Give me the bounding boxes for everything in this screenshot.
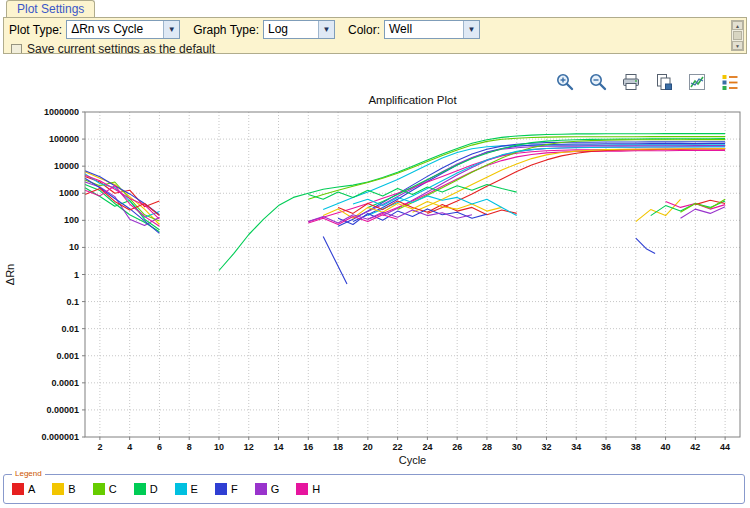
plot-type-label: Plot Type: [9, 23, 62, 37]
legend-list-icon [720, 72, 740, 92]
scroll-up-icon[interactable]: ▲ [732, 21, 743, 30]
legend-label: D [150, 483, 158, 495]
x-tick-label: 40 [661, 442, 671, 452]
x-tick-label: 30 [512, 442, 522, 452]
panel-scrollbar[interactable]: ▲ ▼ [731, 20, 744, 51]
zoom-in-icon [555, 72, 575, 92]
legend-label: H [312, 483, 320, 495]
plot-type-select[interactable]: ΔRn vs Cycle ▼ [66, 20, 180, 39]
chevron-down-icon: ▼ [318, 21, 334, 38]
legend-swatch [12, 483, 24, 495]
y-tick-label: 100000 [49, 134, 79, 144]
legend-item: D [134, 483, 158, 495]
legend-item: F [215, 483, 238, 495]
x-tick-label: 36 [601, 442, 611, 452]
legend-item: A [12, 483, 35, 495]
legend-item: C [93, 483, 117, 495]
x-tick-label: 42 [690, 442, 700, 452]
y-tick-label: 0.1 [66, 297, 79, 307]
well-legend: Legend ABCDEFGH [3, 474, 745, 504]
print-button[interactable] [621, 72, 641, 92]
zoom-out-icon [588, 72, 608, 92]
x-tick-label: 16 [303, 442, 313, 452]
graph-type-select[interactable]: Log ▼ [263, 20, 335, 39]
amplification-plot[interactable]: 10000001000001000010001001010.10.010.001… [0, 92, 750, 474]
x-tick-label: 32 [541, 442, 551, 452]
color-label: Color: [348, 23, 380, 37]
x-tick-label: 6 [157, 442, 162, 452]
legend-items: ABCDEFGH [4, 475, 744, 495]
legend-swatch [93, 483, 105, 495]
legend-item: G [255, 483, 280, 495]
legend-swatch [215, 483, 227, 495]
legend-item: B [52, 483, 75, 495]
chart-toolbar [555, 72, 740, 92]
graph-type-value: Log [264, 21, 318, 38]
y-tick-label: 0.00001 [46, 405, 79, 415]
zoom-out-button[interactable] [588, 72, 608, 92]
legend-label: F [231, 483, 238, 495]
y-tick-label: 1000 [59, 188, 79, 198]
x-tick-label: 18 [333, 442, 343, 452]
x-tick-label: 34 [571, 442, 581, 452]
settings-row: Plot Type: ΔRn vs Cycle ▼ Graph Type: Lo… [9, 20, 480, 39]
legend-label: G [271, 483, 280, 495]
y-tick-label: 0.01 [61, 324, 79, 334]
y-tick-label: 10 [69, 242, 79, 252]
color-value: Well [385, 21, 463, 38]
x-tick-label: 10 [214, 442, 224, 452]
legend-label: C [109, 483, 117, 495]
legend-swatch [175, 483, 187, 495]
save-default-checkbox[interactable] [11, 44, 22, 55]
scroll-thumb[interactable] [733, 31, 742, 40]
x-tick-label: 14 [274, 442, 284, 452]
tab-plot-settings[interactable]: Plot Settings [6, 0, 95, 17]
x-tick-label: 2 [97, 442, 102, 452]
y-tick-label: 0.0001 [51, 378, 79, 388]
x-tick-label: 4 [127, 442, 132, 452]
legend-item: E [175, 483, 198, 495]
x-axis-label: Cycle [399, 454, 427, 466]
zoom-in-button[interactable] [555, 72, 575, 92]
scroll-down-icon[interactable]: ▼ [732, 41, 743, 50]
save-default-label: Save current settings as the default [27, 42, 215, 54]
printer-icon [621, 72, 641, 92]
x-tick-label: 26 [452, 442, 462, 452]
chevron-down-icon: ▼ [463, 21, 479, 38]
y-tick-label: 0.001 [56, 351, 79, 361]
copy-icon [654, 72, 674, 92]
line-chart-button[interactable] [687, 72, 707, 92]
x-tick-label: 44 [720, 442, 730, 452]
chart-title: Amplification Plot [368, 94, 457, 106]
x-tick-label: 38 [631, 442, 641, 452]
plot-type-value: ΔRn vs Cycle [67, 21, 163, 38]
legend-label: B [68, 483, 75, 495]
x-tick-label: 12 [244, 442, 254, 452]
legend-toggle-button[interactable] [720, 72, 740, 92]
x-tick-label: 20 [363, 442, 373, 452]
chevron-down-icon: ▼ [163, 21, 179, 38]
y-axis-label: ΔRn [4, 264, 16, 285]
legend-item: H [296, 483, 320, 495]
x-tick-label: 28 [482, 442, 492, 452]
x-tick-label: 22 [393, 442, 403, 452]
copy-plot-button[interactable] [654, 72, 674, 92]
x-tick-label: 8 [187, 442, 192, 452]
y-tick-label: 100 [64, 215, 79, 225]
color-select[interactable]: Well ▼ [384, 20, 480, 39]
qpcr-plot-window: Plot Settings Plot Type: ΔRn vs Cycle ▼ … [0, 0, 750, 508]
y-tick-label: 0.000001 [41, 432, 79, 442]
x-tick-label: 24 [422, 442, 432, 452]
chart-container[interactable]: 10000001000001000010001001010.10.010.001… [0, 92, 750, 474]
legend-swatch [255, 483, 267, 495]
save-default-row: Save current settings as the default [11, 42, 215, 54]
legend-label: A [28, 483, 35, 495]
legend-label: E [191, 483, 198, 495]
legend-swatch [296, 483, 308, 495]
graph-type-label: Graph Type: [193, 23, 259, 37]
legend-swatch [134, 483, 146, 495]
y-tick-label: 1000000 [44, 107, 79, 117]
legend-title: Legend [12, 469, 45, 478]
line-chart-icon [687, 72, 707, 92]
y-tick-label: 10000 [54, 161, 79, 171]
